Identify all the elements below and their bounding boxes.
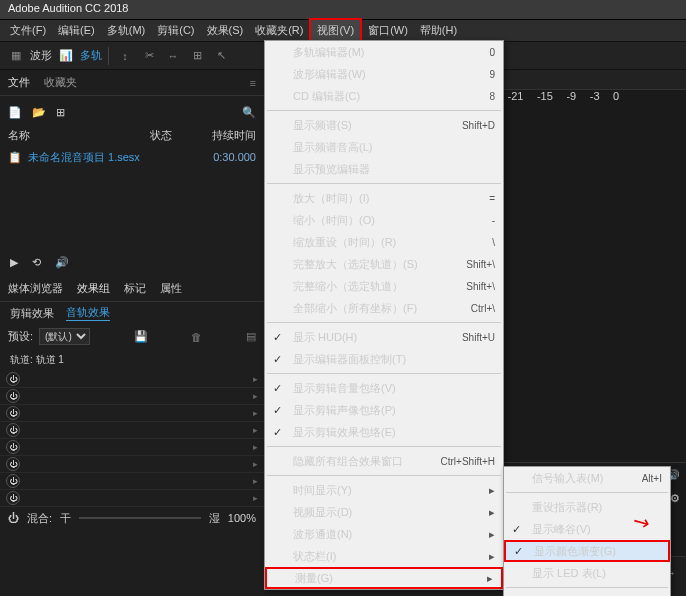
menu-window[interactable]: 窗口(W) (362, 20, 414, 41)
submenu-item[interactable]: 120 dB 范围(1) (504, 591, 670, 596)
file-row[interactable]: 📋 未命名混音项目 1.sesx 0:30.000 (0, 146, 264, 168)
fx-dropdown-icon[interactable]: ▸ (253, 442, 258, 452)
menu-item[interactable]: 隐藏所有组合效果窗口Ctrl+Shift+H (265, 450, 503, 472)
menu-item[interactable]: 显示剪辑音量包络(V) (265, 377, 503, 399)
menu-file[interactable]: 文件(F) (4, 20, 52, 41)
record-icon[interactable]: ⊞ (56, 106, 65, 119)
col-name[interactable]: 名称 (8, 128, 30, 143)
menu-item-label: 测量(G) (295, 571, 333, 586)
waveform-mode-label[interactable]: 波形 (30, 48, 52, 63)
fx-slot[interactable]: ⏻▸ (0, 473, 264, 490)
menu-item[interactable]: 显示频谱(S)Shift+D (265, 114, 503, 136)
tab-media-browser[interactable]: 媒体浏览器 (8, 281, 63, 296)
menu-item[interactable]: 显示编辑器面板控制(T) (265, 348, 503, 370)
tab-effects-rack[interactable]: 效果组 (77, 281, 110, 296)
mix-slider[interactable] (79, 517, 201, 519)
fx-power-icon[interactable]: ⏻ (6, 491, 20, 505)
menu-item[interactable]: 波形编辑器(W)9 (265, 63, 503, 85)
menu-item[interactable]: 显示 HUD(H)Shift+U (265, 326, 503, 348)
fx-power-icon[interactable]: ⏻ (6, 406, 20, 420)
preset-select[interactable]: (默认) (39, 328, 90, 345)
fx-slot[interactable]: ⏻▸ (0, 371, 264, 388)
input-config-icon[interactable]: ⚙ (670, 492, 680, 505)
files-tab[interactable]: 文件 (8, 75, 30, 90)
multitrack-mode-label[interactable]: 多轨 (80, 48, 102, 63)
submenu-item[interactable]: 信号输入表(M)Alt+I (504, 467, 670, 489)
col-duration[interactable]: 持续时间 (212, 128, 256, 143)
favorites-tab[interactable]: 收藏夹 (44, 75, 77, 90)
tool-razor-icon[interactable]: ✂ (139, 46, 159, 66)
menu-item[interactable]: 状态栏(I)▸ (265, 545, 503, 567)
menu-item[interactable]: 放大（时间）(I)= (265, 187, 503, 209)
fx-slot[interactable]: ⏻▸ (0, 439, 264, 456)
col-status[interactable]: 状态 (150, 128, 172, 143)
menu-item[interactable]: 时间显示(Y)▸ (265, 479, 503, 501)
tab-track-fx[interactable]: 音轨效果 (66, 305, 110, 321)
fx-power-icon[interactable]: ⏻ (6, 389, 20, 403)
menu-item[interactable]: 缩小（时间）(O)- (265, 209, 503, 231)
filelist-header: 名称 状态 持续时间 (0, 124, 264, 146)
menu-shortcut: 9 (489, 69, 495, 80)
fx-slot[interactable]: ⏻▸ (0, 388, 264, 405)
play-icon[interactable]: ▶ (10, 256, 18, 269)
menu-effects[interactable]: 效果(S) (201, 20, 250, 41)
menu-item[interactable]: 视频显示(D)▸ (265, 501, 503, 523)
save-preset-icon[interactable]: 💾 (134, 330, 148, 343)
menu-item[interactable]: 完整放大（选定轨道）(S)Shift+\ (265, 253, 503, 275)
fx-power-icon[interactable]: ⏻ (6, 457, 20, 471)
fx-power-icon[interactable]: ⏻ (6, 372, 20, 386)
tool-slip-icon[interactable]: ↔ (163, 46, 183, 66)
power-all-icon[interactable]: ⏻ (8, 512, 19, 524)
fx-power-icon[interactable]: ⏻ (6, 474, 20, 488)
panel-menu-icon[interactable]: ≡ (250, 77, 256, 89)
volume-icon[interactable]: 🔊 (55, 256, 69, 269)
menu-item[interactable]: 测量(G)▸ (265, 567, 503, 589)
fx-power-icon[interactable]: ⏻ (6, 423, 20, 437)
menu-item[interactable]: 显示预览编辑器 (265, 158, 503, 180)
tool-time-icon[interactable]: ⊞ (187, 46, 207, 66)
tool-cursor-icon[interactable]: ↖ (211, 46, 231, 66)
submenu-item[interactable]: 显示 LED 表(L) (504, 562, 670, 584)
open-file-icon[interactable]: 📂 (32, 106, 46, 119)
fx-slot[interactable]: ⏻▸ (0, 490, 264, 507)
menu-item[interactable]: 缩放重设（时间）(R)\ (265, 231, 503, 253)
fx-dropdown-icon[interactable]: ▸ (253, 374, 258, 384)
loop-icon[interactable]: ⟲ (32, 256, 41, 269)
new-file-icon[interactable]: 📄 (8, 106, 22, 119)
tab-clip-fx[interactable]: 剪辑效果 (10, 306, 54, 321)
menu-help[interactable]: 帮助(H) (414, 20, 463, 41)
menu-item[interactable]: 显示频谱音高(L) (265, 136, 503, 158)
fx-slot[interactable]: ⏻▸ (0, 422, 264, 439)
fx-dropdown-icon[interactable]: ▸ (253, 391, 258, 401)
tab-markers[interactable]: 标记 (124, 281, 146, 296)
fx-dropdown-icon[interactable]: ▸ (253, 408, 258, 418)
tab-properties[interactable]: 属性 (160, 281, 182, 296)
menu-clip[interactable]: 剪辑(C) (151, 20, 200, 41)
preset-menu-icon[interactable]: ▤ (246, 330, 256, 343)
multitrack-mode-icon[interactable]: 📊 (56, 46, 76, 66)
fx-dropdown-icon[interactable]: ▸ (253, 459, 258, 469)
tool-move-icon[interactable]: ↕ (115, 46, 135, 66)
menu-edit[interactable]: 编辑(E) (52, 20, 101, 41)
fx-slot[interactable]: ⏻▸ (0, 456, 264, 473)
delete-preset-icon[interactable]: 🗑 (191, 331, 202, 343)
menu-item[interactable]: 全部缩小（所有坐标）(F)Ctrl+\ (265, 297, 503, 319)
menu-shortcut: \ (492, 237, 495, 248)
search-icon[interactable]: 🔍 (242, 106, 256, 119)
menu-item[interactable]: 显示剪辑声像包络(P) (265, 399, 503, 421)
fx-slot[interactable]: ⏻▸ (0, 405, 264, 422)
submenu-item[interactable]: 显示颜色渐变(G) (504, 540, 670, 562)
menu-item[interactable]: 显示剪辑效果包络(E) (265, 421, 503, 443)
menu-item[interactable]: 完整缩小（选定轨道）Shift+\ (265, 275, 503, 297)
fx-dropdown-icon[interactable]: ▸ (253, 493, 258, 503)
fx-dropdown-icon[interactable]: ▸ (253, 425, 258, 435)
menu-favorites[interactable]: 收藏夹(R) (249, 20, 309, 41)
fx-dropdown-icon[interactable]: ▸ (253, 476, 258, 486)
menu-item[interactable]: 波形通道(N)▸ (265, 523, 503, 545)
menu-item[interactable]: CD 编辑器(C)8 (265, 85, 503, 107)
waveform-mode-icon[interactable]: ▦ (6, 46, 26, 66)
menu-item[interactable]: 多轨编辑器(M)0 (265, 41, 503, 63)
fx-power-icon[interactable]: ⏻ (6, 440, 20, 454)
submenu-arrow-icon: ▸ (489, 550, 495, 563)
menu-multitrack[interactable]: 多轨(M) (101, 20, 152, 41)
